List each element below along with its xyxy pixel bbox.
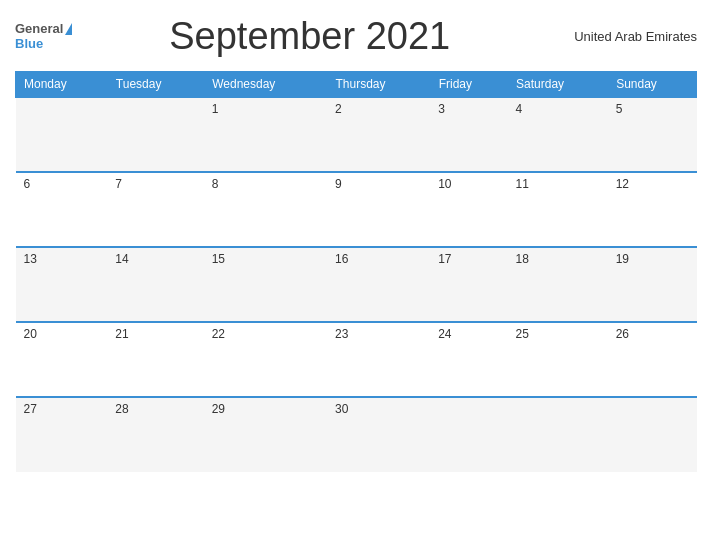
day-cell-6: 7 — [107, 172, 203, 247]
logo-blue-text: Blue — [15, 37, 43, 51]
calendar-title: September 2021 — [72, 15, 547, 58]
header-friday: Friday — [430, 72, 507, 98]
header-sunday: Sunday — [608, 72, 697, 98]
day-cell-empty — [608, 397, 697, 472]
logo: General Blue — [15, 22, 72, 51]
day-cell-10: 11 — [508, 172, 608, 247]
header-wednesday: Wednesday — [204, 72, 327, 98]
day-cell-22: 23 — [327, 322, 430, 397]
day-cell-empty — [430, 397, 507, 472]
day-cell-1: 2 — [327, 97, 430, 172]
day-cell-18: 19 — [608, 247, 697, 322]
day-cell-29: 30 — [327, 397, 430, 472]
day-cell-12: 13 — [16, 247, 108, 322]
day-cell-20: 21 — [107, 322, 203, 397]
day-cell-5: 6 — [16, 172, 108, 247]
day-cell-28: 29 — [204, 397, 327, 472]
calendar-container: General Blue September 2021 United Arab … — [0, 0, 712, 550]
header-tuesday: Tuesday — [107, 72, 203, 98]
day-cell-26: 27 — [16, 397, 108, 472]
day-cell-16: 17 — [430, 247, 507, 322]
day-cell-empty — [107, 97, 203, 172]
table-row: 27 28 29 30 — [16, 397, 697, 472]
day-cell-15: 16 — [327, 247, 430, 322]
day-cell-25: 26 — [608, 322, 697, 397]
day-cell-empty — [508, 397, 608, 472]
table-row: 13 14 15 16 17 18 19 — [16, 247, 697, 322]
calendar-header: General Blue September 2021 United Arab … — [15, 10, 697, 63]
day-cell-8: 9 — [327, 172, 430, 247]
country-label: United Arab Emirates — [547, 29, 697, 44]
day-cell-11: 12 — [608, 172, 697, 247]
header-thursday: Thursday — [327, 72, 430, 98]
day-cell-9: 10 — [430, 172, 507, 247]
day-cell-23: 24 — [430, 322, 507, 397]
weekday-header-row: Monday Tuesday Wednesday Thursday Friday… — [16, 72, 697, 98]
day-cell-21: 22 — [204, 322, 327, 397]
table-row: 1 2 3 4 5 — [16, 97, 697, 172]
day-cell-empty: 1 — [204, 97, 327, 172]
table-row: 6 7 8 9 10 11 12 — [16, 172, 697, 247]
day-cell-empty — [16, 97, 108, 172]
day-cell-14: 15 — [204, 247, 327, 322]
day-cell-27: 28 — [107, 397, 203, 472]
header-saturday: Saturday — [508, 72, 608, 98]
day-cell-24: 25 — [508, 322, 608, 397]
calendar-table: Monday Tuesday Wednesday Thursday Friday… — [15, 71, 697, 472]
day-cell-13: 14 — [107, 247, 203, 322]
day-cell-3: 4 — [508, 97, 608, 172]
logo-general-text: General — [15, 22, 63, 36]
day-cell-4: 5 — [608, 97, 697, 172]
header-monday: Monday — [16, 72, 108, 98]
table-row: 20 21 22 23 24 25 26 — [16, 322, 697, 397]
day-cell-7: 8 — [204, 172, 327, 247]
logo-triangle-icon — [65, 23, 72, 35]
day-cell-2: 3 — [430, 97, 507, 172]
day-cell-19: 20 — [16, 322, 108, 397]
day-cell-17: 18 — [508, 247, 608, 322]
